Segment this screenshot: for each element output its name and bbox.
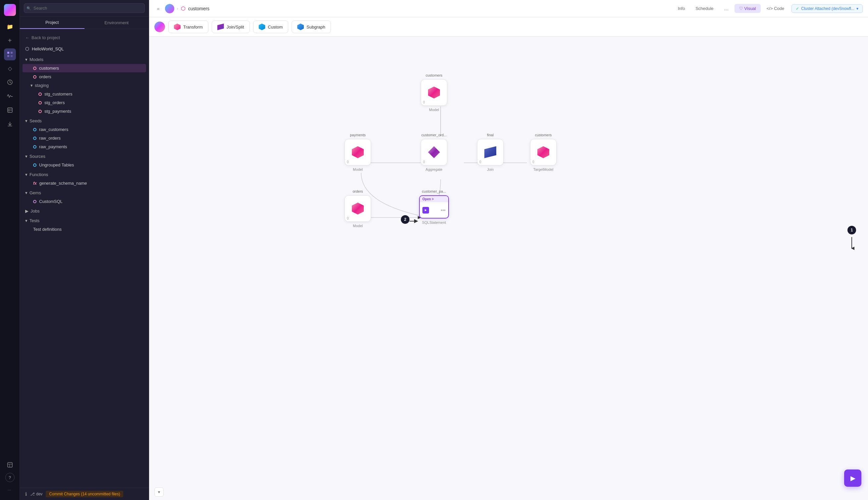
functions-header[interactable]: ▾ Functions	[20, 170, 149, 179]
stg-payments-label: stg_payments	[44, 109, 71, 114]
node-final-box[interactable]: 0	[477, 139, 504, 166]
subgraph-icon	[297, 24, 304, 30]
ungrouped-dot-icon	[33, 163, 36, 167]
join-split-button[interactable]: Join/Split	[212, 21, 250, 33]
tree-item-orders[interactable]: orders	[23, 72, 146, 81]
scroll-hint-button[interactable]: ▾	[154, 487, 164, 497]
left-panel: Project Environment ← Back to project ⬡ …	[20, 0, 149, 500]
node-payments-label: payments	[350, 133, 366, 137]
tree-panel: ← Back to project ⬡ HelloWorld_SQL ▾ Mod…	[20, 29, 149, 488]
tree-item-customers[interactable]: customers	[23, 64, 146, 72]
tree-item-test-definitions[interactable]: Test definitions	[23, 225, 146, 234]
tree-item-ungrouped[interactable]: Ungrouped Tables	[23, 161, 146, 169]
node-payments-type: Model	[353, 168, 363, 171]
sql-node-body: ▶ •••	[420, 202, 448, 218]
nav-table-icon[interactable]	[4, 459, 16, 471]
node-final[interactable]: final 0 Join	[477, 133, 504, 171]
search-bar	[20, 0, 149, 16]
tab-environment[interactable]: Environment	[84, 16, 149, 29]
tree-item-generate-schema[interactable]: fx generate_schema_name	[23, 179, 146, 188]
node-customer-ord[interactable]: customer_ord... 0 Aggregate	[421, 133, 447, 171]
badge-1-indicator: 1	[847, 226, 856, 250]
seeds-label: Seeds	[30, 118, 42, 123]
node-payments-box[interactable]: 0	[344, 139, 371, 166]
seeds-header[interactable]: ▾ Seeds	[20, 117, 149, 125]
sources-chevron-icon: ▾	[25, 154, 27, 159]
tree-item-stg-orders[interactable]: stg_orders	[23, 99, 146, 107]
tree-item-raw-customers[interactable]: raw_customers	[23, 125, 146, 134]
jobs-header[interactable]: ▶ Jobs	[20, 207, 149, 215]
payments-count: 0	[347, 160, 349, 164]
tree-item-stg-payments[interactable]: stg_payments	[23, 107, 146, 115]
nav-schema-icon[interactable]	[4, 104, 16, 116]
top-bar: « › ⬡ customers Info Schedule ... ♡ Visu…	[149, 0, 868, 17]
tab-more[interactable]: ...	[719, 4, 733, 14]
svg-rect-5	[8, 108, 12, 112]
tab-code[interactable]: </> Code	[762, 4, 789, 13]
sources-header[interactable]: ▾ Sources	[20, 152, 149, 160]
functions-label: Functions	[30, 172, 48, 177]
tree-item-raw-payments[interactable]: raw_payments	[23, 143, 146, 151]
node-orders-box[interactable]: 0	[344, 195, 371, 222]
back-to-project[interactable]: ← Back to project	[20, 33, 149, 44]
final-join-icon	[484, 146, 496, 158]
custom-button[interactable]: Custom	[253, 21, 289, 33]
nav-download-icon[interactable]	[4, 118, 16, 130]
visual-label: Visual	[744, 6, 756, 11]
node-customer-pa[interactable]: customer_pa... Open > ▶ ••• SQLStatement	[419, 189, 449, 225]
tab-info[interactable]: Info	[673, 4, 690, 13]
nav-history-icon[interactable]	[4, 76, 16, 88]
node-payments[interactable]: payments 0 Model	[344, 133, 371, 171]
node-customer-ord-type: Aggregate	[426, 168, 443, 171]
gems-header[interactable]: ▾ Gems	[20, 189, 149, 197]
tree-item-stg-customers[interactable]: stg_customers	[23, 90, 146, 98]
join-split-icon	[217, 24, 224, 30]
nav-activity-icon[interactable]	[4, 90, 16, 102]
tab-schedule[interactable]: Schedule	[691, 4, 718, 13]
node-customers-right[interactable]: customers 0 TargetModel	[530, 133, 556, 171]
top-tab-pills: Info Schedule ... ♡ Visual </> Code	[673, 4, 789, 14]
nav-project-icon[interactable]: 📁	[4, 21, 16, 33]
models-header[interactable]: ▾ Models	[20, 55, 149, 64]
info-bottom-icon[interactable]: ℹ	[25, 491, 27, 497]
transform-button[interactable]: Transform	[168, 21, 208, 33]
node-customer-ord-label: customer_ord...	[421, 133, 447, 137]
staging-label: staging	[35, 83, 49, 88]
node-orders[interactable]: orders 0 Model	[344, 189, 371, 228]
subgraph-button[interactable]: Subgraph	[292, 21, 331, 33]
nav-add-icon[interactable]: +	[4, 34, 16, 46]
back-nav-button[interactable]: «	[154, 5, 162, 13]
cluster-badge[interactable]: ✓ Cluster Attached (devSnowfl... ▾	[791, 4, 863, 13]
sql-play-button[interactable]: ▶	[422, 207, 429, 214]
nav-more-icon[interactable]: •••	[4, 484, 16, 496]
tab-project[interactable]: Project	[20, 16, 84, 29]
tab-visual[interactable]: ♡ Visual	[735, 4, 761, 13]
raw-payments-dot-icon	[33, 145, 36, 149]
jobs-label: Jobs	[31, 208, 39, 214]
stg-orders-label: stg_orders	[44, 100, 64, 105]
svg-rect-0	[7, 52, 9, 54]
nav-graph-icon[interactable]	[4, 48, 16, 60]
node-customers-top-box[interactable]: 0	[421, 79, 447, 106]
node-customers-top[interactable]: customers 0 Model	[421, 73, 447, 112]
node-final-label: final	[487, 133, 494, 137]
gems-chevron-icon: ▾	[25, 190, 27, 195]
node-customers-right-box[interactable]: 0	[530, 139, 556, 166]
run-button[interactable]: ▶	[844, 469, 861, 487]
sql-node-box[interactable]: Open > ▶ •••	[419, 195, 449, 218]
nav-help-icon[interactable]: ?	[5, 473, 14, 482]
stg-customers-label: stg_customers	[44, 91, 72, 96]
tree-item-customsql[interactable]: CustomSQL	[23, 197, 146, 206]
commit-changes-badge[interactable]: Commit Changes (14 uncommitted files)	[46, 491, 123, 497]
node-customer-pa-label: customer_pa...	[422, 189, 446, 193]
search-input[interactable]	[24, 3, 145, 13]
tests-header[interactable]: ▾ Tests	[20, 216, 149, 225]
stg-orders-dot-icon	[38, 101, 42, 104]
nav-tag-icon[interactable]: ◇	[4, 62, 16, 74]
node-customer-ord-box[interactable]: 0	[421, 139, 447, 166]
staging-header[interactable]: ▾ staging	[20, 81, 149, 90]
tree-item-raw-orders[interactable]: raw_orders	[23, 134, 146, 142]
orders-label: orders	[39, 74, 51, 79]
node-customers-right-type: TargetModel	[533, 168, 554, 171]
sql-more-btn[interactable]: •••	[441, 207, 446, 213]
